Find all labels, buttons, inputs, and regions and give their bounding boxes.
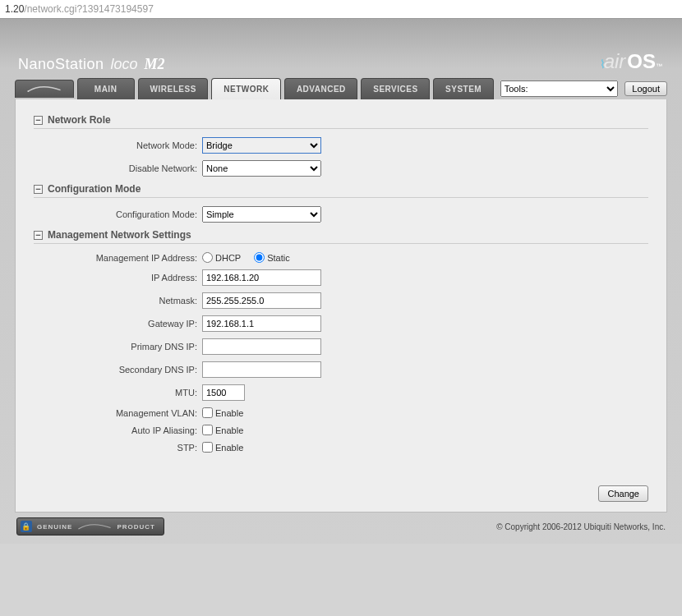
network-mode-label: Network Mode: bbox=[34, 140, 202, 150]
url-path: /network.cgi?1391473194597 bbox=[24, 3, 153, 15]
header: NanoStation loco M2 ⌇ air OS ™ bbox=[0, 50, 682, 78]
mtu-input[interactable] bbox=[202, 384, 245, 401]
collapse-icon[interactable]: − bbox=[34, 185, 43, 194]
app-window: NanoStation loco M2 ⌇ air OS ™ MAIN WIRE… bbox=[0, 19, 682, 544]
section-config-mode: − Configuration Mode bbox=[34, 183, 648, 198]
gateway-input[interactable] bbox=[202, 315, 321, 332]
netmask-label: Netmask: bbox=[34, 296, 202, 306]
autoip-label: Auto IP Aliasing: bbox=[34, 425, 202, 435]
primary-dns-label: Primary DNS IP: bbox=[34, 342, 202, 352]
section-network-role: − Network Role bbox=[34, 114, 648, 129]
netmask-input[interactable] bbox=[202, 292, 321, 309]
stp-label: STP: bbox=[34, 443, 202, 453]
tabs-row: MAIN WIRELESS NETWORK ADVANCED SERVICES … bbox=[0, 78, 682, 99]
tab-home-icon[interactable] bbox=[15, 80, 74, 98]
mgmt-ip-mode-label: Management IP Address: bbox=[34, 253, 202, 263]
config-mode-label: Configuration Mode: bbox=[34, 209, 202, 219]
ubnt-swoosh-icon bbox=[77, 523, 112, 530]
tab-main[interactable]: MAIN bbox=[77, 78, 135, 99]
mgmt-vlan-checkbox[interactable]: Enable bbox=[202, 407, 243, 418]
mgmt-vlan-label: Management VLAN: bbox=[34, 408, 202, 418]
svg-point-0 bbox=[27, 90, 29, 92]
ip-mode-static-radio[interactable]: Static bbox=[254, 252, 290, 263]
content-panel: − Network Role Network Mode: Bridge Disa… bbox=[15, 99, 667, 513]
logout-button[interactable]: Logout bbox=[624, 81, 667, 96]
tab-wireless[interactable]: WIRELESS bbox=[138, 78, 209, 99]
stp-checkbox[interactable]: Enable bbox=[202, 442, 243, 453]
change-button[interactable]: Change bbox=[598, 485, 648, 502]
tab-advanced[interactable]: ADVANCED bbox=[284, 78, 357, 99]
copyright-text: © Copyright 2006-2012 Ubiquiti Networks,… bbox=[496, 522, 666, 531]
lock-icon: 🔒 bbox=[21, 521, 32, 532]
ip-mode-dhcp-radio[interactable]: DHCP bbox=[202, 252, 241, 263]
section-mgmt-settings: − Management Network Settings bbox=[34, 229, 648, 244]
disable-network-select[interactable]: None bbox=[202, 160, 321, 177]
footer: 🔒 GENUINE PRODUCT © Copyright 2006-2012 … bbox=[0, 513, 682, 536]
secondary-dns-label: Secondary DNS IP: bbox=[34, 365, 202, 375]
secondary-dns-input[interactable] bbox=[202, 361, 321, 378]
disable-network-label: Disable Network: bbox=[34, 163, 202, 173]
tab-network[interactable]: NETWORK bbox=[211, 78, 281, 99]
primary-dns-input[interactable] bbox=[202, 338, 321, 355]
ip-address-input[interactable] bbox=[202, 269, 321, 286]
network-mode-select[interactable]: Bridge bbox=[202, 137, 321, 154]
mtu-label: MTU: bbox=[34, 388, 202, 398]
tools-dropdown[interactable]: Tools: bbox=[500, 80, 619, 97]
collapse-icon[interactable]: − bbox=[34, 116, 43, 125]
genuine-badge: 🔒 GENUINE PRODUCT bbox=[16, 517, 164, 536]
browser-address-bar[interactable]: 1.20/network.cgi?1391473194597 bbox=[0, 0, 682, 19]
collapse-icon[interactable]: − bbox=[34, 231, 43, 240]
autoip-checkbox[interactable]: Enable bbox=[202, 425, 243, 435]
gateway-label: Gateway IP: bbox=[34, 319, 202, 329]
product-name: NanoStation loco M2 bbox=[18, 56, 165, 73]
ubnt-swoosh-icon bbox=[27, 85, 62, 92]
tab-services[interactable]: SERVICES bbox=[361, 78, 430, 99]
tab-system[interactable]: SYSTEM bbox=[433, 78, 494, 99]
url-host: 1.20 bbox=[5, 3, 24, 15]
airos-logo: ⌇ air OS ™ bbox=[600, 50, 662, 73]
config-mode-select[interactable]: Simple bbox=[202, 206, 321, 223]
ip-address-label: IP Address: bbox=[34, 273, 202, 283]
